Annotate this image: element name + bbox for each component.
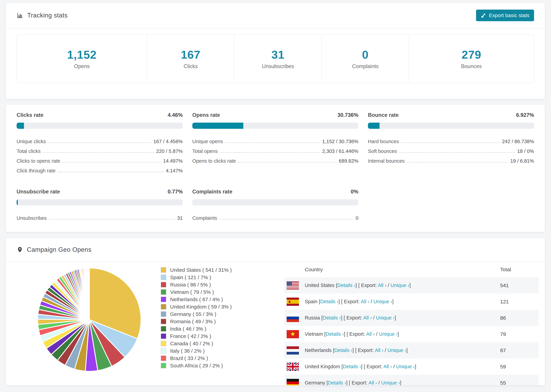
details-link[interactable]: Details › xyxy=(343,364,361,369)
dotted-leader xyxy=(220,152,320,153)
legend-item[interactable]: Spain ( 121 / 7% ) xyxy=(161,274,232,281)
stat-value: 242 / 86.738% xyxy=(502,139,534,144)
geo-table-header: Country Total xyxy=(284,262,538,277)
legend-label: United States ( 541 / 31% ) xyxy=(170,267,232,273)
country-name: Spain xyxy=(305,299,319,304)
legend-item[interactable]: India ( 46 / 3% ) xyxy=(161,325,232,332)
country-cell: Vietnam [Details ›] [ Export: All › / Un… xyxy=(305,331,399,337)
geo-opens-pie-chart[interactable] xyxy=(35,265,144,374)
dotted-leader xyxy=(57,172,164,172)
export-all-link[interactable]: All › xyxy=(383,364,392,369)
bar-chart-icon xyxy=(17,12,23,19)
country-flag-icon xyxy=(287,330,299,338)
country-cell: Russia [Details ›] [ Export: All › / Uni… xyxy=(305,315,396,321)
complaints-rate-value: 0% xyxy=(351,189,359,195)
stat-value: 167 / 4.456% xyxy=(154,139,183,144)
bounce-rate-value: 6.927% xyxy=(516,112,534,118)
export-all-link[interactable]: All › xyxy=(361,299,369,304)
details-link[interactable]: Details › xyxy=(323,315,341,321)
export-unique-link[interactable]: Unique › xyxy=(373,299,392,304)
dotted-leader xyxy=(62,162,161,162)
stat-value: 220 / 5.87% xyxy=(156,148,183,154)
legend-label: Netherlands ( 67 / 4% ) xyxy=(170,297,223,302)
country-flag-icon xyxy=(287,298,299,306)
legend-item[interactable]: Italy ( 36 / 2% ) xyxy=(161,347,232,355)
legend-item[interactable]: Russia ( 86 / 5% ) xyxy=(161,281,232,288)
details-link[interactable]: Details › xyxy=(320,299,338,304)
clicks-count: 167 xyxy=(181,48,201,61)
country-flag-icon xyxy=(287,281,299,290)
details-link[interactable]: Details › xyxy=(326,331,344,337)
details-link[interactable]: Details › xyxy=(334,348,353,353)
country-flag-icon xyxy=(287,363,299,371)
stat-label: Unique opens xyxy=(192,139,223,144)
legend-item[interactable]: Vietnam ( 79 / 5% ) xyxy=(161,288,232,296)
opens-count: 1,152 xyxy=(67,48,97,61)
country-total: 55 xyxy=(500,380,506,386)
legend-swatch-icon xyxy=(161,311,166,317)
country-flag-icon xyxy=(287,346,299,355)
stat-row: Total opens2,303 / 61.446% xyxy=(192,144,359,154)
stat-row: Unsubscribes31 xyxy=(17,211,183,221)
total-column-header: Total xyxy=(500,267,511,273)
tile-opens: 1,152 Opens xyxy=(17,35,147,83)
legend-swatch-icon xyxy=(161,333,166,339)
legend-label: Russia ( 86 / 5% ) xyxy=(170,282,211,288)
legend-swatch-icon xyxy=(161,282,166,287)
complaints-rate-title: Complaints rate xyxy=(192,189,232,195)
legend-swatch-icon xyxy=(161,319,166,324)
legend-label: Brazil ( 33 / 2% ) xyxy=(170,355,208,361)
country-total: 121 xyxy=(500,299,509,305)
legend-label: Italy ( 36 / 2% ) xyxy=(170,348,205,354)
legend-item[interactable]: France ( 42 / 2% ) xyxy=(161,332,232,340)
dotted-leader xyxy=(49,219,175,220)
geo-opens-table: Country Total United States [Details ›] … xyxy=(284,262,538,385)
export-all-link[interactable]: All › xyxy=(368,380,377,385)
tracking-stats-card: Tracking stats Export basic stats 1,152 … xyxy=(6,2,545,99)
dotted-leader xyxy=(407,162,509,162)
unsubscribe-rate-value: 0.77% xyxy=(168,189,183,195)
stat-label: Hard bounces xyxy=(368,139,399,144)
details-link[interactable]: Details › xyxy=(328,380,346,385)
bounce-rate-bar xyxy=(368,123,534,129)
export-unique-link[interactable]: Unique › xyxy=(388,348,406,353)
export-unique-link[interactable]: Unique › xyxy=(376,315,395,321)
legend-item[interactable]: Germany ( 55 / 3% ) xyxy=(161,310,232,318)
country-total: 67 xyxy=(500,348,506,353)
legend-label: India ( 46 / 3% ) xyxy=(170,326,206,332)
tracking-stats-header: Tracking stats Export basic stats xyxy=(6,3,545,28)
country-cell: Germany [Details ›] [ Export: All › / Un… xyxy=(305,380,401,385)
stat-label: Unsubscribes xyxy=(17,215,47,221)
clicks-rate-bar xyxy=(17,123,183,129)
rates-card: Clicks rate 4.46% Unique clicks167 / 4.4… xyxy=(6,104,545,232)
export-all-link[interactable]: All › xyxy=(366,331,375,337)
legend-item[interactable]: Canada ( 40 / 2% ) xyxy=(161,340,232,347)
pie-slice[interactable] xyxy=(89,268,89,320)
export-unique-link[interactable]: Unique › xyxy=(396,364,415,369)
unsubscribe-rate-fill xyxy=(17,199,18,205)
stat-label: Click through rate xyxy=(17,168,56,174)
stat-row: Internal bounces19 / 6.81% xyxy=(368,154,534,164)
export-unique-link[interactable]: Unique › xyxy=(381,380,400,385)
stat-label: Complaints xyxy=(192,215,217,221)
legend-item[interactable]: South Africa ( 29 / 2% ) xyxy=(161,362,232,369)
export-unique-link[interactable]: Unique › xyxy=(379,331,398,337)
legend-item[interactable]: Romania ( 49 / 3% ) xyxy=(161,318,232,325)
unsubscribe-rate-bar xyxy=(17,199,183,205)
clicks-rate-section: Clicks rate 4.46% Unique clicks167 / 4.4… xyxy=(17,112,183,174)
export-all-link[interactable]: All › xyxy=(375,348,383,353)
export-unique-link[interactable]: Unique › xyxy=(390,283,409,288)
legend-label: United Kingdom ( 59 / 3% ) xyxy=(170,304,232,310)
stat-label: Clicks to opens rate xyxy=(17,158,60,164)
legend-item[interactable]: Netherlands ( 67 / 4% ) xyxy=(161,296,232,303)
legend-item[interactable]: United Kingdom ( 59 / 3% ) xyxy=(161,303,232,310)
export-icon xyxy=(481,13,486,18)
legend-item[interactable]: Brazil ( 33 / 2% ) xyxy=(161,355,232,362)
stat-label: Internal bounces xyxy=(368,158,404,164)
details-link[interactable]: Details › xyxy=(337,283,355,288)
export-all-link[interactable]: All › xyxy=(378,283,386,288)
legend-item[interactable]: United States ( 541 / 31% ) xyxy=(161,266,232,274)
export-basic-stats-button[interactable]: Export basic stats xyxy=(476,10,534,21)
geo-table-row: United States [Details ›] [ Export: All … xyxy=(284,277,538,294)
export-all-link[interactable]: All › xyxy=(363,315,372,321)
